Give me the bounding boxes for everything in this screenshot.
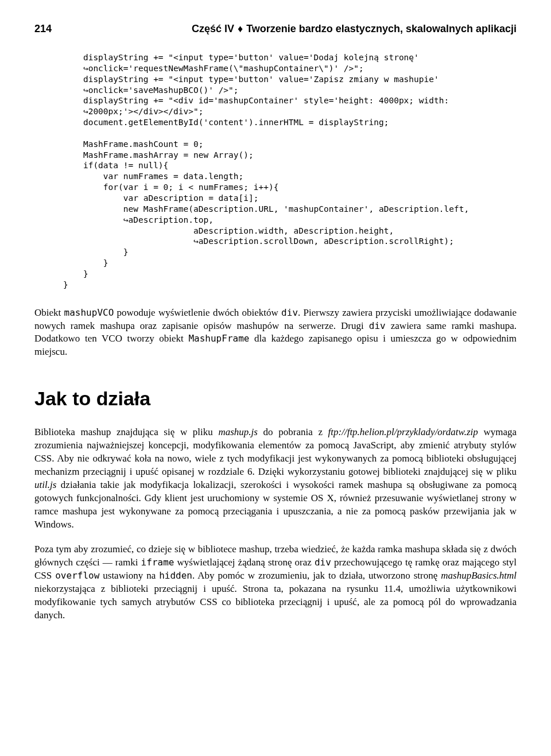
code-line: aDescription.top, bbox=[129, 215, 214, 224]
continuation-arrow-icon: ↪ bbox=[193, 236, 199, 247]
italic-text: util.js bbox=[34, 479, 56, 490]
diamond-separator-icon: ♦ bbox=[238, 23, 243, 35]
code-line: var aDescription = data[i]; bbox=[63, 193, 258, 203]
inline-code: overflow bbox=[55, 570, 99, 581]
text-run: Obiekt bbox=[34, 307, 64, 318]
code-line: } bbox=[63, 247, 129, 257]
inline-code: MashupFrame bbox=[188, 333, 249, 344]
running-head: Część IV♦Tworzenie bardzo elastycznych, … bbox=[192, 23, 517, 35]
code-line: var numFrames = data.length; bbox=[63, 172, 243, 181]
paragraph-2: Biblioteka mashup znajdująca się w pliku… bbox=[34, 426, 517, 532]
running-head-prefix: Część IV bbox=[192, 23, 234, 34]
section-heading: Jak to działa bbox=[34, 387, 517, 410]
code-line: } bbox=[63, 258, 108, 267]
code-line: 2000px;'></div></div>"; bbox=[88, 107, 204, 116]
code-line: } bbox=[63, 269, 88, 278]
code-line: displayString += "<div id='mashupContain… bbox=[63, 96, 449, 105]
text-run: wyświetlającej żądaną stronę oraz bbox=[174, 557, 314, 568]
code-line: MashFrame.mashCount = 0; bbox=[63, 139, 203, 149]
continuation-arrow-icon: ↪ bbox=[83, 85, 88, 96]
text-run: Biblioteka mashup znajdująca się w pliku bbox=[34, 427, 218, 437]
continuation-arrow-icon: ↪ bbox=[123, 215, 129, 226]
inline-code: mashupVCO bbox=[64, 307, 114, 318]
paragraph-1: Obiekt mashupVCO powoduje wyświetlenie d… bbox=[34, 307, 517, 359]
code-line: aDescription.scrollDown, aDescription.sc… bbox=[199, 237, 454, 246]
text-run: powoduje wyświetlenie dwóch obiektów bbox=[114, 307, 281, 318]
continuation-arrow-icon: ↪ bbox=[83, 63, 88, 74]
inline-code: iframe bbox=[141, 557, 174, 568]
running-head-suffix: Tworzenie bardzo elastycznych, skalowaln… bbox=[246, 23, 517, 34]
code-line: displayString += "<input type='button' v… bbox=[63, 75, 439, 84]
text-run: . Aby pomóc w zrozumieniu, jak to działa… bbox=[192, 570, 441, 581]
page-number: 214 bbox=[34, 23, 52, 35]
italic-text: mashupBasics.html bbox=[441, 570, 517, 581]
code-line: new MashFrame(aDescription.URL, 'mashupC… bbox=[63, 204, 469, 214]
continuation-arrow-icon: ↪ bbox=[83, 106, 88, 117]
inline-code: div bbox=[315, 557, 331, 568]
text-run: działania takie jak modyfikacja lokaliza… bbox=[34, 479, 517, 530]
inline-code: div bbox=[281, 307, 298, 318]
code-line: for(var i = 0; i < numFrames; i++){ bbox=[63, 183, 278, 192]
italic-text: ftp://ftp.helion.pl/przyklady/ordatw.zip bbox=[328, 427, 478, 437]
code-block: displayString += "<input type='button' v… bbox=[63, 52, 517, 290]
code-line: onclick='saveMashupBCO()' />"; bbox=[88, 86, 239, 95]
paragraph-3: Poza tym aby zrozumieć, co dzieje się w … bbox=[34, 543, 517, 622]
page-header: 214 Część IV♦Tworzenie bardzo elastyczny… bbox=[34, 23, 517, 35]
code-line: document.getElementById('content').inner… bbox=[63, 118, 389, 127]
code-line: aDescription.width, aDescription.height, bbox=[63, 226, 394, 235]
code-line: onclick='requestNewMashFrame(\"mashupCon… bbox=[88, 64, 364, 73]
text-run: niekorzystająca z biblioteki przeciągnij… bbox=[34, 583, 517, 621]
inline-code: hidden bbox=[159, 570, 192, 581]
code-line: MashFrame.mashArray = new Array(); bbox=[63, 150, 254, 160]
text-run: ustawiony na bbox=[99, 570, 159, 581]
code-line: displayString += "<input type='button' v… bbox=[63, 53, 419, 62]
code-line: if(data != null){ bbox=[63, 161, 168, 170]
text-run: do pobrania z bbox=[258, 427, 328, 437]
italic-text: mashup.js bbox=[218, 427, 257, 437]
inline-code: div bbox=[369, 320, 386, 331]
code-line: } bbox=[63, 280, 68, 289]
